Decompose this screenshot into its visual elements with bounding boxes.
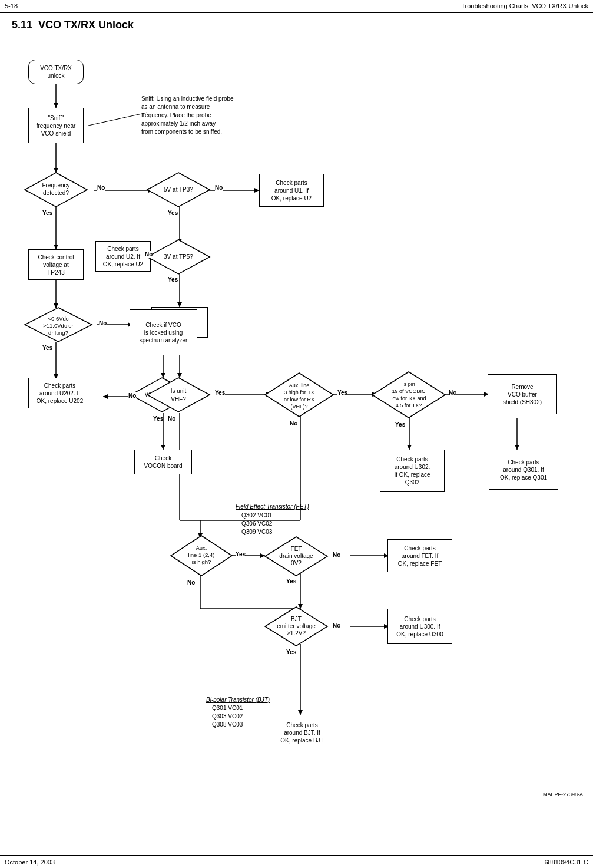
vhf-yes-label: Yes [215,390,225,396]
footer-left: October 14, 2003 [5,859,55,866]
svg-text:>11.0Vdc or: >11.0Vdc or [43,322,74,329]
svg-line-60 [88,113,147,126]
svg-text:>1.2V?: >1.2V? [287,630,306,636]
drift-yes-label: Yes [42,345,52,351]
is-unit-vhf-diamond: Is unit VHF? [146,377,211,413]
start-box: VCO TX/RX unlock [28,60,84,84]
svg-text:Is pin: Is pin [402,381,415,387]
svg-marker-11 [54,245,58,249]
svg-text:3V at TP5?: 3V at TP5? [164,253,193,260]
arrows-svg [12,43,589,827]
svg-marker-29 [177,302,182,307]
fet-drain-yes-label: Yes [286,578,296,585]
sniff-box: "Sniff" frequency near VCO shield [28,108,84,143]
tp5-yes-label: Yes [168,276,178,283]
sniff-annotation: Sniff: Using an inductive field probe as… [141,95,294,136]
check-u302-box: Check parts around U302. If OK, replace … [380,450,445,492]
svg-text:or low for RX: or low for RX [284,397,314,402]
bjt-label: Bi-polar Transistor (BJT) [206,696,270,704]
freq-no-label: No [97,184,105,191]
five-v-tp3-diamond: 5V at TP3? [146,171,211,208]
svg-text:Frequency: Frequency [42,182,69,189]
svg-text:Aux. line: Aux. line [289,382,310,388]
footer-right: 6881094C31-C [544,859,588,866]
svg-text:4.5 for TX?: 4.5 for TX? [396,402,422,408]
fet-components: Q302 VC01 Q306 VC02 Q309 VC03 [241,511,272,536]
page-footer: October 14, 2003 6881094C31-C [0,855,593,868]
aux3-yes-label: Yes [337,390,347,396]
svg-text:5V at TP3?: 5V at TP3? [164,186,193,193]
fet-drain-diamond: FET drain voltage 0V? [264,536,329,577]
svg-text:Is  unit: Is unit [171,388,187,394]
check-bjt-box: Check parts around BJT. If OK, replace B… [270,715,334,750]
svg-marker-74 [147,378,210,412]
svg-marker-7 [254,188,259,193]
check-u300-box: Check parts around U300. If OK, replace … [387,609,452,644]
svg-text:drain voltage: drain voltage [279,553,313,559]
fet-drain-no-label: No [333,552,340,558]
bjt-yes-label: Yes [286,649,296,655]
header-left: 5-18 [5,2,18,9]
header-right: Troubleshooting Charts: VCO TX/RX Unlock [461,2,588,9]
is-pin19-diamond: Is pin 19 of VCOBIC low for RX and 4.5 f… [371,371,446,419]
bjt-emitter-diamond: BJT emitter voltage >1.2V? [264,606,329,647]
tp3-no-label: No [215,184,223,191]
svg-text:low for RX and: low for RX and [391,395,426,401]
svg-text:line 1 (2,4): line 1 (2,4) [188,552,215,558]
fet-label: Field Effect Transistor (FET) [236,503,309,511]
pin19-yes-label: Yes [395,421,405,428]
svg-text:VHF?: VHF? [171,396,186,402]
remove-vco-buffer-box: Remove VCO buffer shield (SH302) [488,374,557,414]
svg-marker-82 [372,372,445,418]
maepf-label: MAEPF-27398-A [543,791,583,797]
svg-text:3 high for TX: 3 high for TX [284,390,314,395]
page-header: 5-18 Troubleshooting Charts: VCO TX/RX U… [0,0,593,13]
svg-marker-41 [407,445,412,450]
aux-line1-diamond: Aux. line 1 (2,4) is high? [170,534,233,577]
svg-marker-25 [161,445,165,450]
freq-detected-diamond: Frequency detected? [24,171,88,208]
vco-locked-yes-label: Yes [153,415,163,422]
pin19-no-label: No [449,390,456,396]
vco-locked-no-label: No [128,392,136,399]
svg-marker-1 [54,103,58,108]
aux1-yes-label: Yes [236,551,246,557]
main-content: 5.11 VCO TX/RX Unlock [0,13,593,850]
freq-yes-label: Yes [42,210,52,216]
drift-no-label: No [99,320,107,326]
section-title: 5.11 VCO TX/RX Unlock [12,19,581,31]
svg-marker-43 [515,445,519,450]
flowchart: VCO TX/RX unlock "Sniff" frequency near … [12,43,589,827]
tp5-no-label: No [145,251,153,258]
bjt-components: Q301 VC01 Q303 VC02 Q308 VC03 [212,704,243,729]
svg-marker-21 [103,394,108,399]
svg-text:19 of VCOBIC: 19 of VCOBIC [392,388,426,394]
svg-text:Aux.: Aux. [196,544,207,551]
check-u202-box: Check parts around U202. If OK, replace … [28,378,91,408]
svg-text:emitter voltage: emitter voltage [277,623,316,629]
check-vco-spectrum-box: Check if VCO is locked using spectrum an… [130,309,197,355]
svg-text:BJT: BJT [291,616,302,622]
check-u1-box: Check parts around U1. If OK, replace U2 [259,174,324,207]
vhf-no-label: No [168,415,175,422]
drift-diamond: <0.6Vdc >11.0Vdc or drifting? [24,306,93,343]
svg-marker-51 [298,710,303,715]
svg-text:is high?: is high? [192,559,211,565]
check-vocon-box: Check VOCON board [134,450,192,474]
bjt-no-label: No [333,622,340,629]
svg-text:drifting?: drifting? [48,329,68,336]
aux-line3-diamond: Aux. line 3 high for TX or low for RX (V… [264,372,334,418]
aux1-no-label: No [187,579,195,586]
svg-text:FET: FET [291,546,302,552]
check-fet-box: Check parts around FET. If OK, replace F… [387,539,452,572]
svg-text:0V?: 0V? [291,560,302,566]
svg-text:detected?: detected? [43,190,69,196]
three-v-tp5-diamond: 3V at TP5? [146,239,211,275]
check-ctrl-voltage-box: Check control voltage at TP243 [28,249,84,280]
tp3-yes-label: Yes [168,210,178,216]
check-u2-replace-box: Check parts around U2. If OK, replace U2 [95,241,151,272]
check-q301-box: Check parts around Q301. If OK, replace … [489,450,558,490]
svg-text:(VHF)?: (VHF)? [291,404,308,410]
aux3-no-label: No [290,420,297,427]
svg-text:<0.6Vdc: <0.6Vdc [48,315,68,322]
